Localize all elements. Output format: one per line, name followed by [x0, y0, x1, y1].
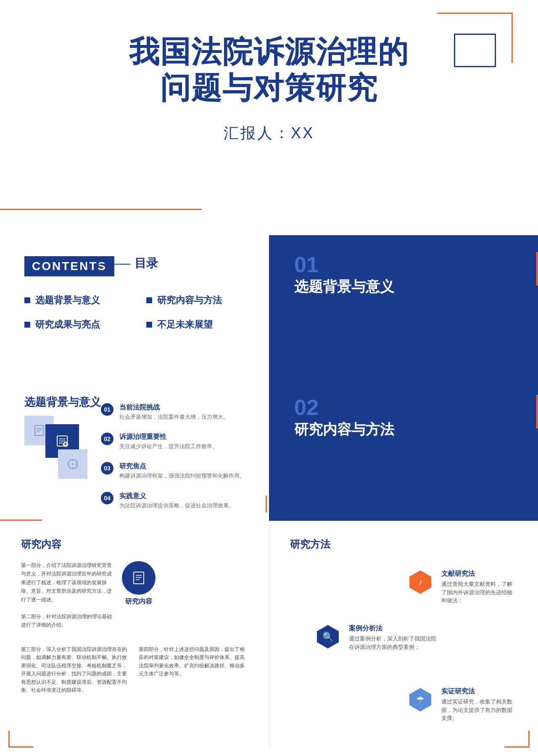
- svg-rect-0: [35, 425, 43, 436]
- deco-orange-line-bottom: [0, 209, 202, 210]
- deco-orange-line-top: [437, 13, 513, 14]
- right-section-block-01: 01 选题背景与意义: [269, 235, 538, 378]
- left-panel-heading: 研究内容: [21, 538, 248, 551]
- research-content-circle-label: 研究内容: [122, 597, 156, 606]
- toc-label-3: 研究成果与亮点: [35, 318, 100, 331]
- item-text-03: 研究焦点 构建诉源治理框架，强强法院纠纷预警和化解作用。: [119, 462, 245, 480]
- deco-orange-bottom-right-v: [528, 731, 530, 748]
- method-anli: 🔍 案例分析法 通过案例分析，深入剖析了我国法院在诉源治理方面的典型案例；: [315, 624, 441, 659]
- deco-orange-bottom-left-h: [8, 746, 34, 748]
- toc-square-icon-4: [146, 322, 152, 328]
- item-text-02: 诉源治理重要性 关注减少诉讼产生，提升法院工作效率。: [119, 433, 218, 450]
- right-panel-heading: 研究方法: [290, 538, 517, 551]
- text-block-4: 第四部分，针对上述这些问题及原因，提出了相应的对策建议，如健全全制度与评价体系、…: [139, 646, 248, 695]
- text-blocks-left: 第一部分，介绍了法院诉源治理研究背景与意义，开对法院诉源治理近年的研究成果进行了…: [21, 561, 113, 638]
- num-badge-02: 02: [101, 433, 113, 445]
- method-anli-info: 案例分析法 通过案例分析，深入剖析了我国法院在诉源治理方面的典型案例；: [349, 624, 441, 651]
- section-num-01: 01: [294, 252, 319, 277]
- svg-point-10: [72, 463, 74, 465]
- hex-shizheng-icon: ☂: [408, 687, 433, 712]
- method-wenxian-title: 文献研究法: [441, 570, 517, 578]
- text-block-1: 第一部分，介绍了法院诉源治理研究背景与意义，开对法院诉源治理近年的研究成果进行了…: [21, 561, 113, 604]
- contents-divider-line: [97, 264, 130, 265]
- method-anli-title: 案例分析法: [349, 624, 441, 633]
- research-content-center: 研究内容: [122, 561, 156, 606]
- hex-wenxian-icon: ♪: [408, 570, 433, 595]
- text-block-3: 第三部分，深入分析了我国法院诉源治理存在的问题，如调解力量有差、联动机制不畅、执…: [21, 646, 130, 695]
- method-shizheng-row: ☂ 实证研究法 通过实证研究，收集了相关数据，为论文提供了有力的数据支撑。: [408, 687, 517, 722]
- contents-label: CONTENTS: [24, 256, 114, 276]
- toc-item-1: 选题背景与意义: [24, 294, 138, 307]
- svg-text:🔍: 🔍: [322, 631, 334, 643]
- method-anli-desc: 通过案例分析，深入剖析了我国法院在诉源治理方面的典型案例；: [349, 635, 441, 651]
- methods-container: ♪ 文献研究法 通过查阅大量文献资料，了解了国内外诉源治理的先进经验和做法；: [290, 561, 517, 754]
- method-wenxian-row: ♪ 文献研究法 通过查阅大量文献资料，了解了国内外诉源治理的先进经验和做法；: [408, 570, 517, 605]
- reporter-label: 汇报人：XX: [0, 123, 538, 144]
- research-content-circle-icon: [122, 561, 156, 595]
- item-text-04: 实践意义 为法院诉源治理提供策略，促进社会治理效果。: [119, 492, 234, 509]
- num-badge-03: 03: [101, 462, 113, 475]
- content-item-02: 02 诉源治理重要性 关注减少诉讼产生，提升法院工作效率。: [101, 433, 248, 450]
- toc-item-4: 不足未来展望: [146, 318, 260, 331]
- num-badge-04: 04: [101, 492, 113, 504]
- method-shizheng-desc: 通过实证研究，收集了相关数据，为论文提供了有力的数据支撑。: [441, 698, 517, 722]
- deco-right-orange-v: [266, 496, 267, 512]
- method-shizheng-info: 实证研究法 通过实证研究，收集了相关数据，为论文提供了有力的数据支撑。: [441, 687, 517, 722]
- text-block-2: 第二部分，针对法院诉源治理的理论基础进行了详细的介绍。: [21, 612, 113, 630]
- deco-orange-bottom-left-v: [8, 731, 10, 748]
- toc-item-2: 研究内容与方法: [146, 294, 260, 307]
- toc-square-icon-2: [146, 297, 152, 303]
- method-shizheng: ☂ 实证研究法 通过实证研究，收集了相关数据，为论文提供了有力的数据支撑。: [408, 687, 517, 731]
- method-wenxian-desc: 通过查阅大量文献资料，了解了国内外诉源治理的先进经验和做法；: [441, 580, 517, 605]
- section-num-02: 02: [294, 395, 319, 420]
- method-anli-row: 🔍 案例分析法 通过案例分析，深入剖析了我国法院在诉源治理方面的典型案例；: [315, 624, 441, 651]
- hex-anli-icon: 🔍: [315, 624, 340, 649]
- svg-text:♪: ♪: [418, 577, 422, 586]
- right-section-block-02: 02 研究内容与方法: [269, 378, 538, 521]
- num-badge-01: 01: [101, 403, 113, 416]
- slide-section1-detail: 02 研究内容与方法 选题背景与意义: [0, 378, 538, 521]
- toc-square-icon-1: [24, 297, 30, 303]
- right-panel-research-method: 研究方法 ♪ 文献研究法 通过查阅大量文献资料，了解了国内外诉源治理的先进经验和…: [269, 521, 538, 756]
- method-shizheng-title: 实证研究法: [441, 687, 517, 696]
- toc-grid: 选题背景与意义 研究内容与方法 研究成果与亮点 不足未来展望: [24, 294, 260, 331]
- item-text-01: 当前法院挑战 社会矛盾增加，法院案件量大增，压力增大。: [119, 403, 229, 421]
- content-item-01: 01 当前法院挑战 社会矛盾增加，法院案件量大增，压力增大。: [101, 403, 248, 421]
- section-heading-background: 选题背景与意义: [24, 395, 101, 410]
- deco-blue-rect-corner: [454, 34, 496, 67]
- left-panel-research-content: 研究内容 第一部分，介绍了法院诉源治理研究背景与意义，开对法院诉源治理近年的研究…: [0, 521, 269, 756]
- slide-contents: 01 选题背景与意义 CONTENTS 目录 选题背景与意义 研究内容与方法 研…: [0, 235, 538, 378]
- deco-right-orange-accent: [536, 252, 538, 286]
- deco-orange-bottom-right-h: [504, 746, 530, 748]
- content-item-03: 03 研究焦点 构建诉源治理框架，强强法院纠纷预警和化解作用。: [101, 462, 248, 480]
- background-content-items: 01 当前法院挑战 社会矛盾增加，法院案件量大增，压力增大。 02 诉源治理重要…: [101, 403, 248, 521]
- section-title-01: 选题背景与意义: [294, 277, 394, 297]
- deco-right-orange-accent-2: [536, 395, 538, 428]
- svg-rect-11: [134, 572, 144, 584]
- method-wenxian-info: 文献研究法 通过查阅大量文献资料，了解了国内外诉源治理的先进经验和做法；: [441, 570, 517, 605]
- slide-title: 我国法院诉源治理的 问题与对策研究 汇报人：XX: [0, 0, 538, 235]
- icon-group: [24, 416, 92, 500]
- title-line2: 问题与对策研究: [0, 70, 538, 106]
- section-title-02: 研究内容与方法: [294, 420, 394, 439]
- text-blocks-bottom: 第三部分，深入分析了我国法院诉源治理存在的问题，如调解力量有差、联动机制不畅、执…: [21, 646, 248, 703]
- svg-text:☂: ☂: [416, 695, 425, 705]
- toc-label-2: 研究内容与方法: [157, 294, 222, 307]
- mulu-label: 目录: [134, 255, 158, 271]
- toc-item-3: 研究成果与亮点: [24, 318, 138, 331]
- toc-label-1: 选题背景与意义: [35, 294, 100, 307]
- icon-box-compass: [58, 449, 87, 479]
- deco-orange-line-right: [512, 13, 513, 63]
- method-wenxian: ♪ 文献研究法 通过查阅大量文献资料，了解了国内外诉源治理的先进经验和做法；: [408, 570, 517, 613]
- content-item-04: 04 实践意义 为法院诉源治理提供策略，促进社会治理效果。: [101, 492, 248, 509]
- slide-section2-detail: 研究内容 第一部分，介绍了法院诉源治理研究背景与意义，开对法院诉源治理近年的研究…: [0, 521, 538, 756]
- research-text-with-icon: 第一部分，介绍了法院诉源治理研究背景与意义，开对法院诉源治理近年的研究成果进行了…: [21, 561, 248, 638]
- toc-square-icon-3: [24, 322, 30, 328]
- toc-label-4: 不足未来展望: [157, 318, 213, 331]
